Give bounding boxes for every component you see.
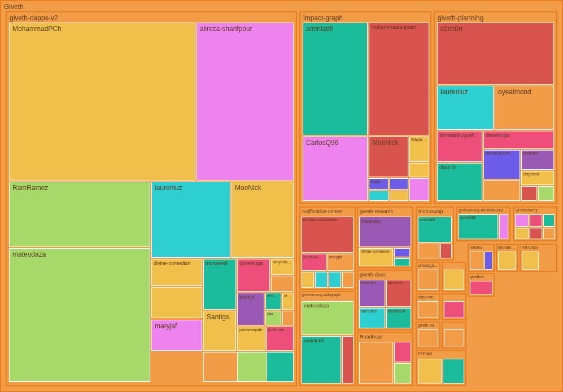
treemap-cell (409, 163, 429, 177)
cell-label: maryjaf (328, 254, 353, 259)
treemap-cell: dependabot (369, 178, 389, 190)
treemap-cell (394, 363, 411, 384)
treemap-cell (530, 214, 542, 227)
treemap-cell: WhyldWanderer (271, 259, 294, 275)
treemap-cell: aminlatifi (302, 336, 341, 384)
cell-label: aminlatifi (302, 337, 341, 345)
treemap-cell: clara-zi (437, 163, 482, 201)
treemap-cell (390, 178, 408, 190)
treemap-cell (530, 228, 542, 239)
cell-label: divine-comedian (360, 249, 392, 254)
treemap-cell (515, 214, 529, 227)
cell-label: CarlosQ96 (303, 137, 367, 148)
cell-label: nxt-token (521, 245, 556, 250)
treemap-cell: divine-comedian (359, 248, 393, 266)
cell-label: NikolaCreatrix (484, 151, 520, 156)
treemap-cell (359, 342, 393, 384)
cell-label: ahmadabugosh (438, 131, 482, 139)
treemap-cell: MoeNick (369, 136, 408, 177)
treemap-cell: RamRamez (9, 182, 150, 247)
treemap-cell (342, 272, 353, 288)
treemap-cell (498, 252, 516, 270)
treemap-cell (470, 281, 492, 294)
treemap-cell (543, 228, 555, 239)
treemap-cell: mateodaza (9, 248, 150, 382)
cell-label: mosaeedi (387, 309, 411, 314)
treemap-cell: MoeNick (386, 280, 411, 307)
treemap-cell (271, 276, 294, 292)
cell-label: MohammadPCh (10, 23, 195, 34)
cell-label: PFPtest (417, 351, 465, 356)
cell-label: minime (469, 245, 494, 250)
treemap-cell: clara-zi (265, 311, 281, 325)
cell-label: ui-design-system (417, 263, 439, 268)
cell-label: divine-comedian (152, 259, 202, 267)
treemap-cell (409, 178, 429, 201)
treemap-cell: maryjaf (328, 254, 353, 271)
cell-label: mateodaza (302, 302, 353, 310)
treemap-cell (418, 329, 438, 346)
cell-label: danelsuga (238, 259, 269, 267)
cell-label: clara-zi (266, 311, 281, 316)
treemap-cell (369, 191, 389, 201)
cell-label: danelsuga (484, 131, 553, 139)
treemap-cell: alireza-sharifpour (197, 23, 294, 180)
cell-label: brichis (238, 293, 264, 301)
treemap-cell (485, 252, 492, 270)
cell-label: dependabot (369, 179, 388, 184)
cell-label: RamRamez (10, 182, 150, 193)
cell-label: MoeNick (232, 182, 293, 193)
treemap-cell: MohammadPCh (9, 23, 195, 180)
treemap-cell (470, 252, 483, 270)
treemap-cell (302, 272, 314, 288)
treemap-cell: Santigs (203, 311, 236, 351)
treemap-cell: laurenluz (151, 182, 230, 258)
cell-label: notification-center (300, 208, 355, 215)
treemap-cell: mosaeedi (203, 259, 236, 310)
treemap-cell (394, 248, 410, 257)
treemap-cell (418, 270, 438, 290)
treemap-cell: padawanyafe (237, 327, 265, 351)
cell-label: mosaeedi (204, 259, 235, 267)
treemap-cell (418, 359, 442, 384)
cell-label: mohammadranjbarz (302, 217, 353, 222)
treemap-cell: laurenluz (437, 86, 494, 130)
cell-label: MohammadPCh-box (497, 245, 517, 250)
cell-label: 2highsea (522, 171, 553, 177)
cell-label: franculio (360, 280, 385, 285)
treemap-cell: MoeNick (302, 254, 326, 271)
treemap-cell: oyealmond (495, 86, 554, 130)
cell-label: Santigs (204, 311, 235, 323)
treemap-cell (444, 329, 464, 346)
cell-label: alireza-sharifpour (197, 23, 293, 34)
cell-label: giveth-planning (435, 12, 556, 24)
cell-label: giveth-dapp (417, 323, 439, 328)
treemap-cell (499, 214, 508, 239)
cell-label: Roadmap (358, 333, 412, 341)
treemap-cell (394, 258, 410, 266)
cell-label: giveth-rewards (358, 208, 412, 215)
treemap-cell: aminlatifi (418, 217, 452, 243)
cell-label: oyealmond (495, 86, 553, 98)
treemap-cell: maryjaf (151, 320, 202, 351)
treemap-cell (444, 270, 464, 290)
treemap-cell: NikolaCreatrix (483, 150, 520, 179)
treemap-cell (329, 272, 341, 288)
treemap-cell: WhyldWanderer (409, 136, 429, 162)
treemap-cell: ahmadabugosh (437, 131, 482, 162)
cell-label: franculio (522, 151, 553, 156)
cell-label: padawanyafe (238, 327, 265, 332)
cell-label: laurenluz (152, 182, 230, 193)
cell-label: MoeNick (387, 280, 411, 285)
treemap-cell: divine-comedian (151, 259, 202, 286)
treemap-chart: Givethgiveth-dapps-v2MohammadPChalireza-… (0, 0, 563, 392)
treemap-cell (418, 301, 438, 318)
cell-label: aminlatifi (418, 217, 451, 222)
treemap-cell: MoeNick (232, 182, 294, 258)
treemap-cell: laurenluz (359, 308, 385, 328)
cell-label: franculio (360, 217, 411, 225)
treemap-cell: aminlatifi (459, 214, 498, 239)
cell-label: aminlatifi (459, 215, 497, 220)
treemap-cell: c0ric0ri (437, 23, 554, 85)
treemap-cell (444, 301, 464, 318)
